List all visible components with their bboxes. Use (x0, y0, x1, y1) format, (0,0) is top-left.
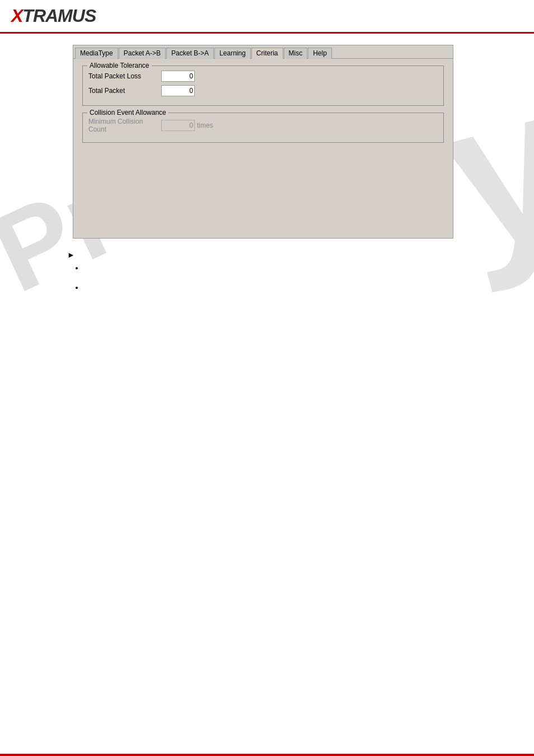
tab-panel: MediaType Packet A->B Packet B->A Learni… (73, 45, 453, 239)
bullet-list (67, 264, 500, 292)
total-packet-loss-row: Total Packet Loss (88, 71, 438, 82)
logo-tramus: TRAMUS (22, 6, 96, 26)
tab-packet-ab[interactable]: Packet A->B (119, 48, 166, 59)
logo-x: X (11, 6, 22, 26)
notes-section: ► (17, 244, 517, 309)
logo: XTRAMUS (11, 6, 96, 26)
minimum-collision-input (161, 120, 195, 131)
footer-bar (0, 754, 534, 756)
bullet-item-1 (84, 264, 500, 272)
tab-packet-ba[interactable]: Packet B->A (166, 48, 214, 59)
total-packet-loss-input[interactable] (161, 71, 195, 82)
header: XTRAMUS (0, 0, 534, 34)
arrow-item: ► (67, 250, 500, 259)
total-packet-row: Total Packet (88, 85, 438, 96)
total-packet-label: Total Packet (88, 87, 161, 95)
tab-bar: MediaType Packet A->B Packet B->A Learni… (73, 45, 453, 59)
tab-help[interactable]: Help (308, 48, 332, 59)
total-packet-loss-label: Total Packet Loss (88, 72, 161, 80)
times-suffix: times (197, 122, 213, 129)
allowable-tolerance-legend: Allowable Tolerance (87, 62, 152, 69)
tab-misc[interactable]: Misc (284, 48, 308, 59)
allowable-tolerance-group: Allowable Tolerance Total Packet Loss To… (82, 66, 444, 106)
tab-learning[interactable]: Learning (214, 48, 251, 59)
collision-event-legend: Collision Event Allowance (87, 109, 168, 116)
minimum-collision-row: Minimum Collision Count times (88, 118, 438, 133)
total-packet-input[interactable] (161, 85, 195, 96)
minimum-collision-label: Minimum Collision Count (88, 118, 161, 133)
tab-mediatype[interactable]: MediaType (75, 48, 118, 59)
tab-criteria[interactable]: Criteria (251, 48, 283, 59)
bullet-item-2 (84, 283, 500, 292)
collision-event-group: Collision Event Allowance Minimum Collis… (82, 113, 444, 143)
criteria-tab-content: Allowable Tolerance Total Packet Loss To… (73, 59, 453, 238)
arrow-right-icon: ► (67, 250, 75, 259)
main-content: MediaType Packet A->B Packet B->A Learni… (0, 34, 534, 320)
